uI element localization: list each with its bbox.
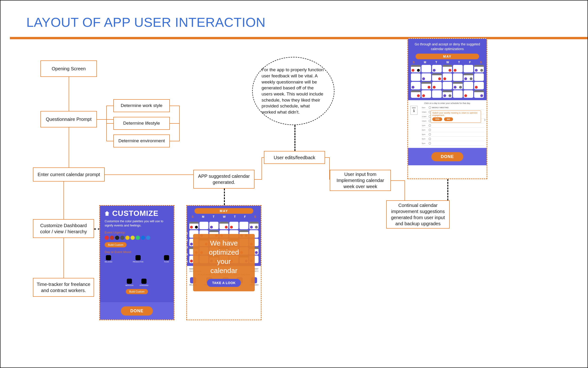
node-user-input: User input from Implementing calendar we… bbox=[330, 170, 391, 191]
build-custom-button-2[interactable]: Build Custom bbox=[126, 289, 148, 294]
calendar-day[interactable] bbox=[464, 65, 473, 73]
chevron-right-icon[interactable]: › bbox=[484, 117, 486, 123]
mood-option[interactable]: NERVOUS bbox=[125, 279, 134, 286]
mood-option[interactable]: STRESSED bbox=[139, 279, 148, 286]
calendar-day[interactable] bbox=[422, 73, 431, 81]
urgency-swatch[interactable] bbox=[146, 236, 150, 240]
no-button[interactable]: NO bbox=[444, 117, 453, 121]
calendar-day[interactable] bbox=[453, 73, 463, 81]
node-customize-dashboard: Customize Dashboard color / view / hiera… bbox=[33, 219, 94, 238]
schedule-row[interactable]: 2pm bbox=[422, 128, 484, 132]
calendar-day[interactable] bbox=[474, 82, 484, 89]
calendar-day[interactable] bbox=[464, 73, 473, 81]
node-questionnaire: Questionnaire Prompt bbox=[40, 111, 97, 128]
customize-subtitle: Customize the color palettes you will us… bbox=[105, 219, 169, 227]
calendar-day[interactable] bbox=[229, 222, 239, 229]
dow-cell: S bbox=[413, 61, 415, 64]
calendar-day[interactable] bbox=[474, 65, 484, 73]
schedule-row[interactable]: 1pm bbox=[422, 123, 484, 128]
calendar-day[interactable] bbox=[422, 65, 431, 73]
schedule-row[interactable]: 5pm bbox=[422, 141, 484, 146]
calendar-day[interactable] bbox=[239, 222, 248, 229]
row-checkbox[interactable] bbox=[429, 129, 431, 131]
yes-button[interactable]: YES bbox=[432, 117, 442, 121]
calendar-day[interactable] bbox=[443, 73, 452, 81]
wire bbox=[64, 238, 64, 278]
wire bbox=[391, 180, 405, 181]
urgency-swatch[interactable] bbox=[136, 236, 140, 240]
title-underline bbox=[10, 37, 588, 39]
dow-cell: W bbox=[223, 215, 226, 219]
calendar-day[interactable] bbox=[200, 222, 209, 229]
wire bbox=[106, 141, 113, 141]
dow-cell: S bbox=[480, 61, 482, 64]
calendar-day[interactable] bbox=[432, 90, 442, 98]
calendar-day[interactable] bbox=[220, 222, 229, 229]
dow-cell: M bbox=[424, 61, 426, 64]
calendar-day[interactable] bbox=[411, 73, 421, 81]
calendar-day[interactable] bbox=[432, 82, 442, 89]
calendar-day[interactable] bbox=[453, 65, 463, 73]
schedule-row[interactable]: 9amWEEKLY MEETING bbox=[422, 105, 484, 110]
calendar-day[interactable] bbox=[443, 82, 452, 89]
calendar-day[interactable] bbox=[443, 90, 452, 98]
mood-option[interactable]: RELAXED bbox=[105, 255, 112, 263]
wire-dashed bbox=[294, 125, 295, 151]
calendar-day[interactable] bbox=[474, 90, 484, 98]
calendar-day[interactable] bbox=[474, 73, 484, 81]
row-checkbox[interactable] bbox=[429, 133, 431, 135]
month-pill: MAY bbox=[194, 208, 253, 214]
build-custom-button-1[interactable]: Build Custom bbox=[105, 242, 127, 247]
node-user-edits: User edits/feedback bbox=[264, 151, 325, 164]
optimized-overlay: We haveoptimizedyourcalendar TAKE A LOOK bbox=[193, 234, 255, 291]
mood-row-1: RELAXEDPRODUCTIVEFLOW bbox=[105, 255, 169, 263]
urgency-swatch[interactable] bbox=[115, 236, 119, 240]
dow-cell: W bbox=[446, 61, 449, 64]
mood-option[interactable]: FLOW bbox=[164, 255, 169, 263]
calendar-day[interactable] bbox=[453, 82, 463, 89]
row-checkbox[interactable] bbox=[429, 142, 431, 144]
row-checkbox[interactable] bbox=[429, 124, 431, 127]
row-checkbox[interactable] bbox=[429, 138, 431, 140]
done-button[interactable]: DONE bbox=[121, 306, 153, 316]
node-app-suggested: APP suggested calendar generated. bbox=[193, 170, 255, 189]
calendar-day[interactable] bbox=[411, 82, 421, 89]
calendar-day[interactable] bbox=[432, 65, 442, 73]
done-button[interactable]: DONE bbox=[431, 152, 463, 161]
calendar-day[interactable] bbox=[443, 65, 452, 73]
take-a-look-button[interactable]: TAKE A LOOK bbox=[207, 279, 241, 287]
schedule-row[interactable]: 3pm bbox=[422, 132, 484, 137]
urgency-swatch[interactable] bbox=[105, 236, 109, 240]
calendar-day[interactable] bbox=[411, 65, 421, 73]
calendar-day[interactable] bbox=[189, 222, 199, 229]
dow-cell: S bbox=[192, 215, 193, 219]
wire bbox=[329, 179, 330, 180]
schedule-row[interactable]: 4pm bbox=[422, 137, 484, 141]
label-day-mood: Day or Event Mood: bbox=[105, 250, 169, 254]
calendar-day[interactable] bbox=[464, 90, 473, 98]
urgency-swatch[interactable] bbox=[130, 236, 135, 240]
calendar-day[interactable] bbox=[411, 90, 421, 98]
suggestion-text: Switch your weekly meeting to 10am to op… bbox=[432, 112, 479, 116]
calendar-day[interactable] bbox=[453, 90, 463, 98]
label-event-urgency: Event Urgency: bbox=[105, 231, 169, 234]
page-title: LAYOUT OF APP USER INTERACTION bbox=[26, 15, 266, 30]
wire bbox=[170, 106, 179, 106]
mood-option[interactable]: PRODUCTIVE bbox=[133, 255, 144, 263]
urgency-swatch[interactable] bbox=[141, 236, 145, 240]
mark-right: ENT bbox=[255, 268, 258, 270]
mini-date-card: MAY 1 bbox=[410, 106, 417, 115]
calendar-day[interactable] bbox=[422, 90, 431, 98]
calendar-day[interactable] bbox=[209, 222, 219, 229]
urgency-swatch[interactable] bbox=[120, 236, 124, 240]
wire-dashed bbox=[447, 179, 448, 200]
calendar-day[interactable] bbox=[432, 73, 442, 81]
calendar-day[interactable] bbox=[249, 222, 258, 229]
urgency-swatch[interactable] bbox=[110, 236, 114, 240]
calendar-day[interactable] bbox=[464, 82, 473, 89]
dow-cell: S bbox=[254, 215, 256, 219]
row-checkbox[interactable] bbox=[429, 107, 431, 109]
calendar-day[interactable] bbox=[422, 82, 431, 89]
urgency-swatch[interactable] bbox=[125, 236, 129, 240]
schedule-hint: Click on a day to enter your schedule fo… bbox=[410, 102, 484, 104]
